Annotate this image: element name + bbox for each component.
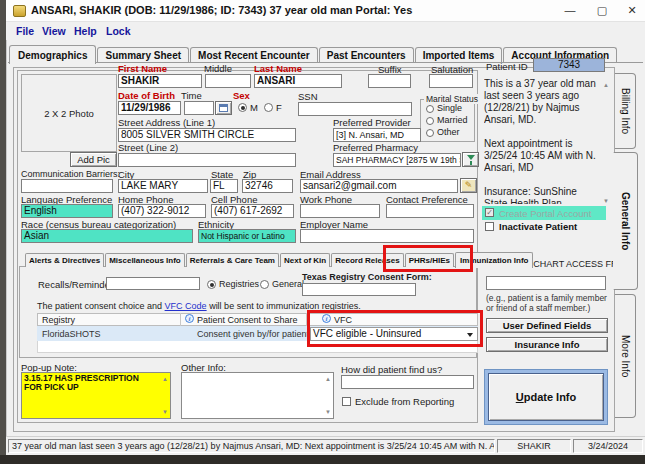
info-icon[interactable]: i <box>322 314 331 323</box>
subtab-immunization-info[interactable]: Immunization Info <box>455 252 533 268</box>
inactivate-patient-label: Inactivate Patient <box>499 221 577 232</box>
status-date: 3/24/2024 <box>573 439 643 453</box>
marital-single-radio[interactable] <box>426 105 434 113</box>
table-divider <box>306 313 307 326</box>
ssn-input[interactable] <box>298 102 412 116</box>
scroll-down-icon[interactable]: ▼ <box>603 198 609 204</box>
find-us-select[interactable] <box>341 375 474 389</box>
middle-name-input[interactable] <box>205 74 251 88</box>
scroll-up-icon[interactable]: ▲ <box>603 82 609 88</box>
pharmacy-picker-icon[interactable] <box>462 152 479 167</box>
photo-label: 2 X 2 Photo <box>44 108 94 119</box>
subtab-miscellaneous-info[interactable]: Miscellaneous Info <box>105 253 185 267</box>
status-patient-name: SHAKIR <box>497 439 571 453</box>
consent-suffix: will be sent to immunization registries. <box>207 301 361 311</box>
consent-cell: Consent given by/for patient <box>197 329 309 339</box>
street2-input[interactable] <box>118 153 296 167</box>
tab-past-encounters[interactable]: Past Encounters <box>319 47 414 63</box>
first-name-input[interactable]: SHAKIR <box>118 74 202 88</box>
consent-prefix: The patient consent choice and <box>37 301 165 311</box>
last-name-input[interactable]: ANSARI <box>254 74 342 88</box>
street1-input[interactable]: 8005 SILVER SMITH CIRCLE <box>118 128 296 142</box>
menu-help[interactable]: Help <box>74 25 97 37</box>
insurance-info-button[interactable]: Insurance Info <box>486 337 608 352</box>
marital-other-radio[interactable] <box>426 129 434 137</box>
subtab-referrals-care-team[interactable]: Referrals & Care Team <box>186 253 279 267</box>
minimize-button[interactable]: — <box>556 0 584 22</box>
preferred-provider-select[interactable]: [3] N. Ansari, MD <box>333 128 421 142</box>
dob-input[interactable]: 11/29/1986 <box>118 101 181 115</box>
email-edit-icon[interactable]: ✎ <box>460 178 477 193</box>
side-tab-more-info[interactable]: More Info <box>615 294 636 418</box>
scroll-up-icon[interactable]: ▲ <box>325 376 331 382</box>
info-icon[interactable]: i <box>185 314 194 323</box>
marital-single-label: Single <box>437 103 462 113</box>
subtab-record-releases[interactable]: Record Releases <box>331 253 403 267</box>
other-info-textarea[interactable]: ▲ ▼ <box>181 372 334 419</box>
time-input[interactable] <box>184 101 214 115</box>
preferred-pharmacy-label: Preferred Pharmacy <box>333 142 418 153</box>
race-select[interactable]: Asian <box>21 229 193 243</box>
contact-preference-select[interactable] <box>386 204 474 218</box>
background-window-bottom-strip <box>0 455 645 464</box>
vfc-code-link[interactable]: VFC Code <box>165 301 207 311</box>
email-input[interactable]: sansari2@gmail.com <box>300 179 458 193</box>
state-select[interactable]: FL <box>210 179 238 193</box>
menu-file[interactable]: File <box>16 25 34 37</box>
scroll-down-icon[interactable]: ▼ <box>325 409 331 415</box>
menu-lock[interactable]: Lock <box>106 25 131 37</box>
city-select[interactable]: LAKE MARY <box>118 179 208 193</box>
menu-view[interactable]: View <box>42 25 66 37</box>
cell-phone-input[interactable]: (407) 617-2692 <box>211 204 294 218</box>
tab-summary-sheet[interactable]: Summary Sheet <box>97 47 189 63</box>
registries-label: Registries <box>219 279 259 289</box>
scroll-down-icon[interactable]: ▼ <box>162 409 168 415</box>
marital-married-radio[interactable] <box>426 117 434 125</box>
communication-barriers-select[interactable] <box>21 179 113 193</box>
tab-most-recent-encounter[interactable]: Most Recent Encounter <box>190 47 318 63</box>
language-select[interactable]: English <box>21 204 113 218</box>
vfc-select[interactable]: VFC eligible - Uninsured <box>310 327 478 341</box>
tab-demographics[interactable]: Demographics <box>9 45 96 64</box>
zip-input[interactable]: 32746 <box>242 179 293 193</box>
popup-note-textarea[interactable]: 3.15.17 HAS PRESCRIPTION FOR PICK UP ▲ ▼ <box>21 372 171 419</box>
restrict-access-select[interactable] <box>486 276 606 290</box>
texas-consent-select[interactable] <box>302 283 416 296</box>
first-name-label: First Name <box>118 63 167 74</box>
scroll-up-icon[interactable]: ▲ <box>162 376 168 382</box>
recalls-input[interactable] <box>106 277 200 290</box>
sex-male-radio[interactable] <box>238 103 247 112</box>
inactivate-patient-checkbox[interactable] <box>485 222 494 231</box>
subtab-phrs-hies[interactable]: PHRs/HIEs <box>405 253 454 267</box>
employer-input[interactable] <box>300 229 474 243</box>
preferred-provider-label: Preferred Provider <box>333 117 411 128</box>
home-phone-input[interactable]: (407) 322-9012 <box>118 204 206 218</box>
exclude-reporting-checkbox[interactable] <box>342 397 351 406</box>
work-phone-input[interactable] <box>300 204 380 218</box>
preferred-pharmacy-input[interactable]: SAH PHARMACY [2875 W 19th St.] <box>333 153 461 167</box>
create-portal-checkbox[interactable]: ✓ <box>485 208 494 217</box>
restrict-access-hint: (e.g., patient is a family member or fri… <box>486 293 608 313</box>
sex-female-radio[interactable] <box>264 103 273 112</box>
maximize-button[interactable]: ▢ <box>588 0 616 22</box>
update-info-button[interactable]: Update Info <box>488 373 604 421</box>
ethnicity-select[interactable]: Not Hispanic or Latino <box>198 229 296 243</box>
close-button[interactable]: ✕ <box>619 0 645 22</box>
consent-sentence: The patient consent choice and VFC Code … <box>37 301 361 311</box>
calendar-icon[interactable] <box>215 101 232 115</box>
add-pic-button[interactable]: Add Pic <box>70 152 117 167</box>
user-defined-fields-button[interactable]: User Defined Fields <box>486 318 608 333</box>
time-label: Time <box>181 90 202 101</box>
subtab-next-of-kin[interactable]: Next of Kin <box>280 253 330 267</box>
patient-id-value: 7343 <box>533 58 605 72</box>
communication-barriers-label: Communication Barriers: <box>21 169 120 179</box>
suffix-select[interactable] <box>368 74 411 88</box>
registries-radio[interactable] <box>207 280 216 289</box>
subtab-alerts-directives[interactable]: Alerts & Directives <box>25 253 104 267</box>
exclude-reporting-label: Exclude from Reporting <box>355 396 454 407</box>
side-tab-billing-info[interactable]: Billing Info <box>615 73 636 149</box>
general-radio[interactable] <box>260 280 269 289</box>
salutation-select[interactable] <box>429 74 473 88</box>
ssn-label: SSN <box>298 91 318 102</box>
side-tab-general-info[interactable]: General Info <box>613 152 638 290</box>
